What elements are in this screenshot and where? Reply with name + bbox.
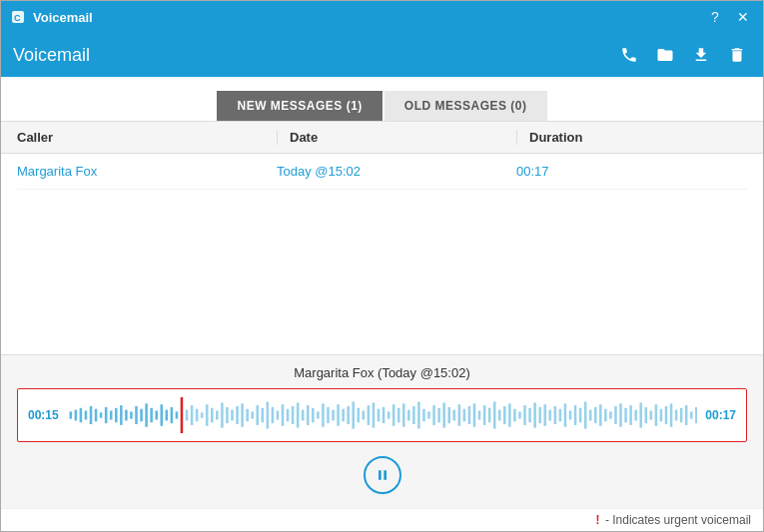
svg-rect-80: [462, 409, 465, 422]
svg-rect-38: [251, 411, 254, 418]
svg-rect-68: [402, 403, 405, 426]
delete-button[interactable]: [723, 41, 751, 69]
svg-rect-105: [589, 410, 592, 421]
tab-new-messages[interactable]: NEW MESSAGES (1): [217, 91, 382, 121]
svg-rect-20: [160, 404, 163, 426]
tab-old-messages[interactable]: OLD MESSAGES (0): [384, 91, 547, 121]
svg-rect-78: [452, 410, 455, 421]
svg-rect-7: [94, 409, 97, 422]
cell-duration: 00:17: [516, 164, 747, 179]
svg-rect-99: [558, 409, 561, 422]
svg-rect-57: [347, 406, 350, 424]
svg-rect-119: [659, 409, 662, 422]
svg-rect-27: [196, 409, 199, 422]
svg-rect-46: [292, 406, 295, 424]
help-button[interactable]: ?: [703, 5, 727, 29]
window-controls: ? ✕: [703, 5, 755, 29]
svg-rect-95: [538, 407, 541, 423]
svg-rect-116: [644, 407, 647, 423]
svg-rect-13: [125, 410, 128, 421]
svg-rect-66: [392, 404, 395, 426]
svg-rect-39: [256, 405, 259, 425]
svg-rect-50: [312, 408, 315, 422]
svg-rect-60: [362, 411, 365, 420]
svg-rect-92: [523, 405, 526, 425]
column-caller: Caller: [17, 130, 277, 145]
svg-rect-14: [130, 411, 133, 418]
player-info: Margarita Fox (Today @15:02): [17, 365, 747, 380]
svg-rect-21: [165, 410, 168, 421]
svg-rect-121: [670, 403, 673, 426]
svg-rect-35: [236, 406, 239, 424]
svg-rect-113: [629, 405, 632, 425]
svg-rect-49: [307, 405, 310, 425]
svg-rect-115: [639, 402, 642, 427]
svg-rect-122: [675, 410, 678, 421]
svg-rect-102: [574, 405, 577, 425]
main-content: NEW MESSAGES (1) OLD MESSAGES (0) Caller…: [1, 77, 763, 508]
pause-button[interactable]: [364, 456, 401, 494]
svg-rect-62: [372, 402, 375, 427]
svg-rect-3: [74, 410, 77, 421]
svg-rect-72: [422, 409, 425, 422]
svg-rect-48: [302, 410, 305, 421]
svg-rect-74: [432, 405, 435, 425]
svg-rect-103: [579, 408, 582, 422]
window-title: Voicemail: [33, 10, 703, 25]
waveform[interactable]: [67, 397, 698, 433]
svg-rect-18: [150, 408, 153, 422]
svg-rect-56: [342, 409, 345, 422]
call-button[interactable]: [615, 41, 643, 69]
table-body: Margarita Fox Today @15:02 00:17: [1, 154, 763, 190]
svg-rect-101: [568, 411, 571, 420]
urgent-note: ! - Indicates urgent voicemail: [596, 513, 751, 527]
svg-rect-32: [221, 402, 224, 427]
svg-rect-104: [584, 402, 587, 429]
svg-rect-98: [553, 406, 556, 424]
svg-rect-112: [624, 408, 627, 422]
svg-rect-8: [100, 412, 103, 417]
svg-rect-53: [327, 407, 330, 423]
svg-rect-34: [231, 410, 234, 421]
svg-rect-71: [417, 402, 420, 429]
svg-rect-94: [533, 402, 536, 427]
svg-rect-124: [685, 405, 688, 425]
svg-rect-108: [604, 409, 607, 422]
table-row[interactable]: Margarita Fox Today @15:02 00:17: [17, 154, 747, 190]
svg-rect-23: [175, 411, 178, 418]
title-bar: C Voicemail ? ✕: [1, 1, 763, 33]
tab-bar: NEW MESSAGES (1) OLD MESSAGES (0): [1, 77, 763, 122]
svg-rect-54: [332, 410, 335, 421]
app-header: Voicemail: [1, 33, 763, 77]
svg-rect-114: [634, 410, 637, 421]
column-date: Date: [277, 130, 516, 145]
time-end: 00:17: [705, 408, 736, 422]
download-button[interactable]: [687, 41, 715, 69]
svg-rect-15: [135, 406, 138, 424]
svg-rect-51: [317, 411, 320, 418]
svg-rect-59: [357, 408, 360, 422]
svg-rect-67: [397, 408, 400, 422]
svg-rect-2: [69, 411, 72, 418]
svg-rect-25: [185, 410, 188, 421]
svg-rect-69: [407, 410, 410, 421]
svg-rect-47: [297, 402, 300, 427]
player-controls: [17, 452, 747, 498]
urgent-excl-symbol: !: [596, 513, 600, 527]
svg-rect-88: [503, 406, 506, 424]
svg-rect-64: [382, 407, 385, 423]
svg-rect-111: [619, 403, 622, 426]
svg-rect-16: [140, 409, 143, 422]
svg-rect-125: [690, 411, 693, 418]
voicemail-window: C Voicemail ? ✕ Voicemail: [0, 0, 764, 532]
folder-button[interactable]: [651, 41, 679, 69]
svg-rect-75: [437, 408, 440, 422]
app-title: Voicemail: [13, 45, 615, 66]
close-button[interactable]: ✕: [731, 5, 755, 29]
svg-rect-81: [467, 406, 470, 424]
svg-rect-24: [180, 397, 183, 433]
svg-rect-5: [84, 411, 87, 420]
table-header: Caller Date Duration: [1, 122, 763, 154]
svg-rect-4: [79, 408, 82, 422]
svg-rect-91: [518, 411, 521, 418]
